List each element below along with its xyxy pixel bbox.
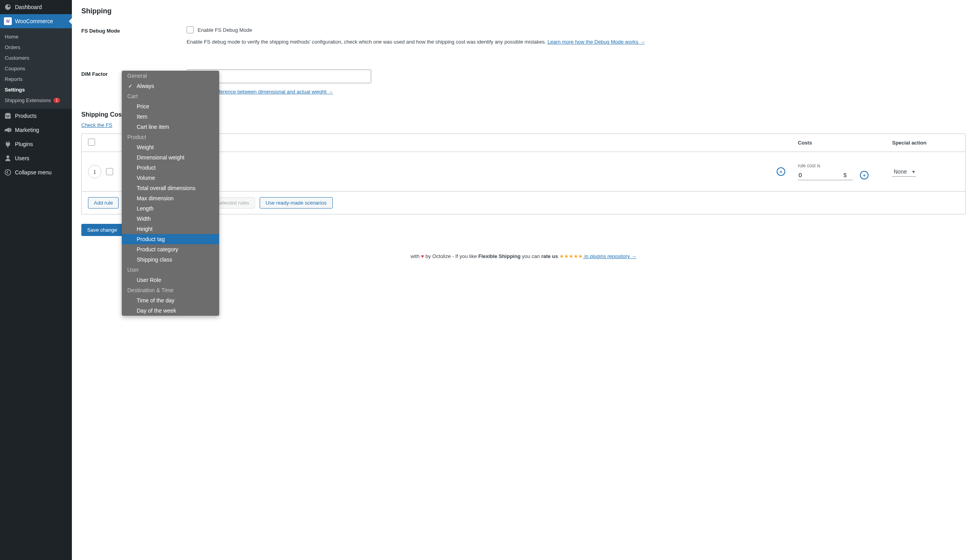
dropdown-option[interactable]: Time of the day xyxy=(122,295,219,306)
sidebar-item-dashboard[interactable]: Dashboard xyxy=(0,0,72,14)
dropdown-option[interactable]: Width xyxy=(122,214,219,224)
debug-mode-link[interactable]: Learn more how the Debug Mode works → xyxy=(548,39,645,45)
sidebar-sub-shipping-extensions[interactable]: Shipping Extensions 1 xyxy=(0,95,72,106)
dropdown-option[interactable]: Product category xyxy=(122,244,219,254)
condition-dropdown[interactable]: GeneralAlwaysCartPriceItemCart line item… xyxy=(122,71,219,316)
dropdown-option[interactable]: Always xyxy=(122,81,219,91)
fs-debug-checkbox[interactable] xyxy=(187,26,194,33)
dashboard-icon xyxy=(4,3,12,11)
add-cost-button[interactable]: + xyxy=(860,171,869,179)
dropdown-group-label: Cart xyxy=(122,91,219,101)
dropdown-group-label: Product xyxy=(122,132,219,142)
dropdown-option[interactable]: Dimensional weight xyxy=(122,152,219,163)
dropdown-option[interactable]: Weight xyxy=(122,142,219,152)
marketing-icon xyxy=(4,126,12,134)
svg-point-0 xyxy=(5,170,11,175)
sidebar-sub-label: Shipping Extensions xyxy=(5,97,51,103)
sidebar-item-marketing[interactable]: Marketing xyxy=(0,123,72,137)
dim-weight-link[interactable]: difference between dimensional and actua… xyxy=(214,89,333,95)
fs-walkthrough-link[interactable]: Check the FS xyxy=(81,122,112,128)
add-rule-button[interactable]: Add rule xyxy=(88,197,119,209)
sidebar-label: Collapse menu xyxy=(15,169,51,176)
col-special-header: Special action xyxy=(892,140,959,146)
fs-debug-label: FS Debug Mode xyxy=(81,26,179,46)
repository-link[interactable]: in plugins repository → xyxy=(583,253,636,259)
dropdown-option[interactable]: Item xyxy=(122,112,219,122)
sidebar-item-woocommerce[interactable]: W WooCommerce xyxy=(0,14,72,28)
sidebar-sub-orders[interactable]: Orders xyxy=(0,42,72,53)
sidebar-label: WooCommerce xyxy=(15,18,53,24)
sidebar-sub-settings[interactable]: Settings xyxy=(0,84,72,95)
dropdown-option[interactable]: Day of the week xyxy=(122,306,219,316)
sidebar-label: Plugins xyxy=(15,141,33,147)
woocommerce-icon: W xyxy=(4,17,12,25)
sidebar-label: Marketing xyxy=(15,127,39,133)
sidebar-item-collapse[interactable]: Collapse menu xyxy=(0,165,72,179)
row-checkbox[interactable] xyxy=(106,168,113,175)
dropdown-group-label: Destination & Time xyxy=(122,285,219,295)
fs-debug-section: FS Debug Mode Enable FS Debug Mode Enabl… xyxy=(72,22,975,50)
cost-label: rule cost is xyxy=(798,163,892,168)
save-changes-button[interactable]: Save change xyxy=(81,224,123,236)
add-condition-button[interactable]: + xyxy=(777,167,785,176)
sidebar-label: Users xyxy=(15,155,29,161)
rule-number: 1 xyxy=(88,165,101,178)
plugins-icon xyxy=(4,140,12,148)
collapse-icon xyxy=(4,168,12,176)
dropdown-option[interactable]: Length xyxy=(122,203,219,214)
col-costs-header: Costs xyxy=(798,140,892,146)
sidebar-sub-coupons[interactable]: Coupons xyxy=(0,63,72,74)
select-all-checkbox[interactable] xyxy=(88,139,95,146)
fs-debug-checkbox-label: Enable FS Debug Mode xyxy=(198,27,252,33)
sidebar-label: Dashboard xyxy=(15,4,42,10)
dropdown-option[interactable]: Shipping class xyxy=(122,254,219,265)
page-heading: Shipping xyxy=(72,0,975,22)
dropdown-option[interactable]: Max dimension xyxy=(122,193,219,203)
dropdown-option[interactable]: Cart line item xyxy=(122,122,219,132)
dropdown-group-label: User xyxy=(122,265,219,275)
dropdown-option[interactable]: User Role xyxy=(122,275,219,285)
dropdown-option[interactable]: Price xyxy=(122,101,219,112)
admin-sidebar: Dashboard W WooCommerce Home Orders Cust… xyxy=(0,0,72,560)
sidebar-item-users[interactable]: Users xyxy=(0,151,72,165)
ready-made-button[interactable]: Use ready-made scenarios xyxy=(260,197,332,209)
currency-symbol: $ xyxy=(843,172,847,178)
special-action-select[interactable]: None xyxy=(892,167,916,177)
sidebar-sub-customers[interactable]: Customers xyxy=(0,53,72,63)
notification-badge: 1 xyxy=(53,98,60,103)
dropdown-option[interactable]: Height xyxy=(122,224,219,234)
sidebar-item-plugins[interactable]: Plugins xyxy=(0,137,72,151)
users-icon xyxy=(4,154,12,162)
dropdown-option[interactable]: Volume xyxy=(122,173,219,183)
stars-icon: ★★★★★ xyxy=(559,253,583,259)
woocommerce-submenu: Home Orders Customers Coupons Reports Se… xyxy=(0,28,72,109)
products-icon xyxy=(4,112,12,120)
dim-help: e about the difference between dimension… xyxy=(187,88,966,96)
dropdown-option[interactable]: Total overall dimensions xyxy=(122,183,219,193)
fs-debug-help: Enable FS debug mode to verify the shipp… xyxy=(187,38,966,46)
sidebar-item-products[interactable]: Products xyxy=(0,109,72,123)
dropdown-option[interactable]: Product xyxy=(122,163,219,173)
dropdown-group-label: General xyxy=(122,71,219,81)
sidebar-label: Products xyxy=(15,113,37,119)
sidebar-sub-reports[interactable]: Reports xyxy=(0,74,72,84)
cost-input[interactable] xyxy=(798,170,841,180)
dropdown-option[interactable]: Product tag xyxy=(122,234,219,244)
sidebar-sub-home[interactable]: Home xyxy=(0,31,72,42)
